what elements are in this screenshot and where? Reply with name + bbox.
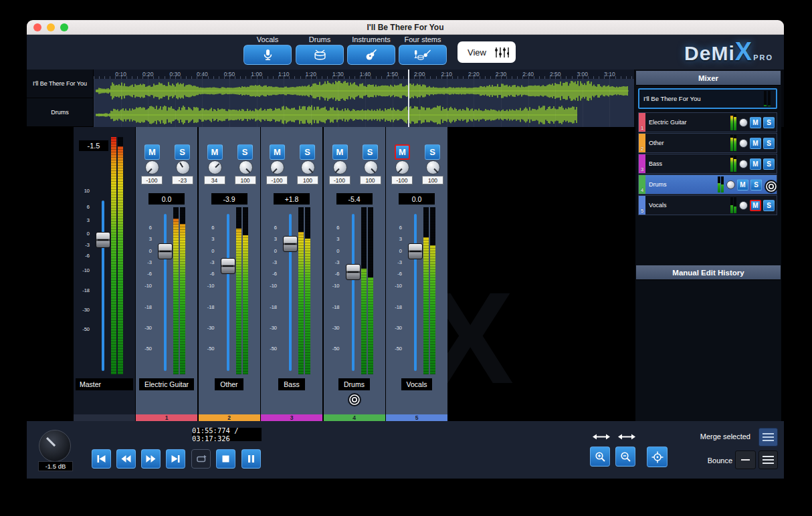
track-solo-button[interactable]: S — [763, 158, 775, 170]
zoom-in-button[interactable] — [590, 446, 610, 467]
solo-button[interactable]: S — [363, 144, 378, 160]
vocals-stem-button[interactable] — [243, 45, 292, 65]
timeline-track-name-song[interactable]: I'll Be There For You — [27, 70, 94, 98]
track-focus-target-icon[interactable] — [764, 179, 775, 190]
solo-button[interactable]: S — [425, 144, 440, 160]
panel-track-row-other[interactable]: 2OtherMS — [638, 133, 777, 153]
track-mute-button[interactable]: M — [750, 117, 761, 128]
channel-fader-handle[interactable] — [283, 236, 298, 252]
width-knob[interactable] — [301, 160, 315, 174]
channel-gain-readout[interactable]: 0.0 — [399, 193, 435, 205]
focus-target-icon[interactable] — [347, 392, 362, 407]
zoom-window-button[interactable] — [60, 23, 68, 31]
track-mute-button[interactable]: M — [750, 138, 761, 149]
track-solo-button[interactable]: S — [763, 138, 775, 149]
track-solo-button[interactable]: S — [750, 179, 762, 190]
drums-stem-button[interactable] — [296, 45, 344, 65]
master-fader-track[interactable] — [102, 201, 104, 371]
track-mute-button[interactable]: M — [737, 179, 748, 190]
track-pan-knob[interactable] — [739, 160, 748, 168]
fader-scale-label: -3 — [261, 259, 277, 265]
pan-knob[interactable] — [395, 160, 409, 174]
track-pan-knob[interactable] — [739, 118, 748, 127]
track-color-stripe: 3 — [639, 154, 645, 173]
channel-fader-handle[interactable] — [346, 264, 361, 280]
view-button[interactable]: View — [458, 41, 516, 63]
time-ruler[interactable]: 0:100:200:300:400:501:001:101:201:301:40… — [94, 70, 634, 79]
width-knob[interactable] — [239, 160, 253, 174]
bounce-options-button[interactable] — [758, 450, 778, 469]
panel-track-row-bass[interactable]: 3BassMS — [638, 154, 777, 174]
knob-value-readout: -100 — [391, 176, 413, 184]
fast-forward-button[interactable] — [141, 449, 161, 469]
channel-gain-readout[interactable]: +1.8 — [274, 193, 310, 205]
close-window-button[interactable] — [33, 23, 41, 31]
track-number: 4 — [639, 187, 645, 193]
track-name: Drums — [645, 181, 718, 188]
track-color-stripe: 2 — [639, 134, 645, 152]
width-knob[interactable] — [426, 160, 440, 174]
fader-scale-label: -18 — [136, 304, 152, 310]
channel-gain-readout[interactable]: -5.4 — [336, 193, 373, 205]
four-stems-button[interactable] — [399, 45, 447, 65]
solo-button[interactable]: S — [175, 144, 190, 160]
track-solo-button[interactable]: S — [763, 117, 775, 128]
loop-button[interactable] — [191, 449, 211, 469]
pan-knob[interactable] — [333, 160, 347, 174]
channel-fader-track[interactable] — [164, 214, 167, 371]
channel-gain-readout[interactable]: 0.0 — [148, 193, 185, 205]
width-knob[interactable] — [364, 160, 378, 174]
merge-options-button[interactable] — [758, 428, 778, 446]
mute-button[interactable]: M — [270, 144, 285, 160]
track-pan-knob[interactable] — [726, 180, 735, 189]
track-mute-button[interactable]: M — [750, 200, 761, 211]
panel-master-row[interactable]: I'll Be There For You — [638, 88, 777, 109]
track-pan-knob[interactable] — [739, 139, 748, 148]
pan-knob[interactable] — [208, 160, 222, 174]
skip-end-icon — [171, 454, 181, 464]
width-knob[interactable] — [176, 160, 190, 174]
pause-button[interactable] — [241, 449, 261, 469]
minimize-window-button[interactable] — [47, 23, 55, 31]
mute-button[interactable]: M — [332, 144, 348, 160]
zoom-out-button[interactable] — [615, 446, 635, 467]
waveform-track-drums[interactable] — [94, 103, 634, 128]
stop-button[interactable] — [216, 449, 235, 469]
channel-gain-readout[interactable]: -3.9 — [211, 193, 247, 205]
master-volume-knob[interactable] — [39, 430, 71, 462]
channel-fader-track[interactable] — [414, 214, 417, 371]
rewind-button[interactable] — [116, 449, 136, 469]
master-gain-readout[interactable]: -1.5 — [79, 140, 108, 151]
fader-scale-label: 3 — [74, 217, 90, 223]
master-fader-handle[interactable] — [96, 232, 110, 248]
playhead[interactable] — [408, 70, 409, 127]
panel-track-row-vocals[interactable]: 5VocalsMS — [638, 195, 777, 215]
channel-strip-label-text: Other — [215, 378, 243, 390]
channel-fader-handle[interactable] — [221, 258, 235, 274]
pan-knob[interactable] — [145, 160, 159, 174]
solo-button[interactable]: S — [300, 144, 315, 160]
stem-label: Drums — [294, 35, 345, 43]
channel-fader-handle[interactable] — [408, 243, 423, 259]
solo-button[interactable]: S — [237, 144, 253, 160]
timeline-track-name-drums[interactable]: Drums — [27, 98, 94, 127]
track-pan-knob[interactable] — [739, 201, 748, 210]
instruments-stem-button[interactable] — [347, 45, 395, 65]
channel-fader-track[interactable] — [352, 214, 354, 371]
track-mute-button[interactable]: M — [750, 158, 761, 170]
channel-fader-handle[interactable] — [158, 243, 173, 259]
skip-to-end-button[interactable] — [166, 449, 185, 469]
skip-to-start-button[interactable] — [92, 449, 111, 469]
drums-icon — [314, 49, 326, 61]
bounce-remove-button[interactable] — [735, 450, 756, 469]
mute-button[interactable]: M — [144, 144, 160, 160]
panel-master-name: I'll Be There For You — [639, 95, 764, 102]
panel-track-row-drums[interactable]: 4DrumsMS — [638, 174, 777, 195]
channel-fader-track[interactable] — [227, 214, 229, 371]
waveform-track-song[interactable] — [94, 79, 634, 104]
pan-knob[interactable] — [270, 160, 284, 174]
track-solo-button[interactable]: S — [763, 200, 775, 211]
mute-button[interactable]: M — [207, 144, 223, 160]
mute-button[interactable]: M — [395, 144, 410, 160]
panel-track-row-electric-guitar[interactable]: 1Electric GuitarMS — [638, 112, 777, 132]
